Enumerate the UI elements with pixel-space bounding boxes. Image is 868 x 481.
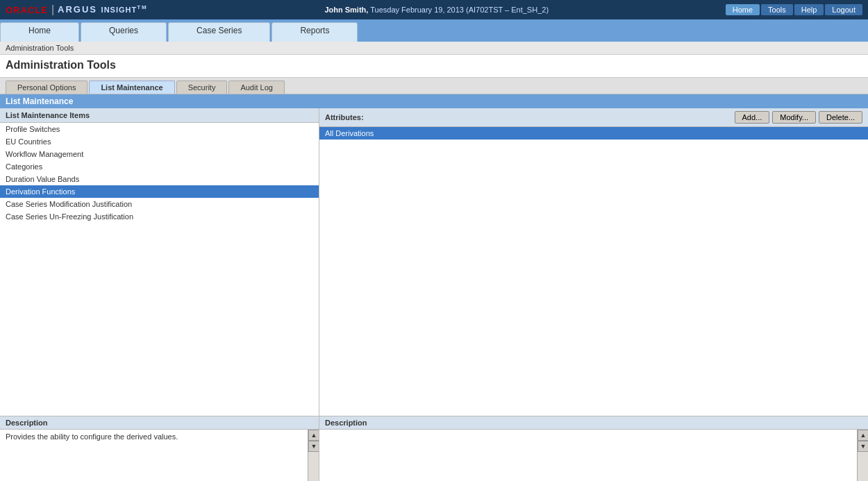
attributes-header: Attributes: Add... Modify... Delete... — [319, 108, 868, 127]
user-details: Tuesday February 19, 2013 (AI702TST – En… — [370, 6, 549, 14]
list-items-container[interactable]: Profile Switches EU Countries Workflow M… — [0, 123, 319, 416]
list-item-eu-countries[interactable]: EU Countries — [0, 135, 319, 148]
header-logout-button[interactable]: Logout — [825, 4, 862, 15]
description-area: Description Provides the ability to conf… — [0, 416, 868, 481]
left-description-content: Provides the ability to configure the de… — [0, 430, 319, 481]
nav-tab-reports[interactable]: Reports — [272, 22, 358, 42]
delete-button[interactable]: Delete... — [819, 111, 862, 124]
left-description-header: Description — [0, 416, 319, 430]
header-nav: Home Tools Help Logout — [726, 4, 862, 15]
right-scroll-down-arrow[interactable]: ▼ — [858, 441, 868, 452]
list-item-case-series-modification[interactable]: Case Series Modification Justification — [0, 198, 319, 210]
user-name: John Smith, — [324, 6, 368, 14]
argus-insight-logo: ARGUS INSIGHTTM — [58, 4, 148, 15]
header-home-button[interactable]: Home — [726, 4, 760, 15]
header-tools-button[interactable]: Tools — [761, 4, 793, 15]
left-panel: List Maintenance Items Profile Switches … — [0, 108, 319, 416]
header-help-button[interactable]: Help — [794, 4, 824, 15]
list-item-case-series-unfreezing[interactable]: Case Series Un-Freezing Justification — [0, 210, 319, 223]
right-desc-scrollbar[interactable]: ▲ ▼ — [857, 430, 868, 481]
attributes-container[interactable]: All Derivations — [319, 127, 868, 416]
list-item-duration-value-bands[interactable]: Duration Value Bands — [0, 173, 319, 185]
logo-separator: | — [51, 3, 54, 16]
main-nav: Home Queries Case Series Reports — [0, 19, 868, 42]
sub-tabs-bar: Personal Options List Maintenance Securi… — [0, 78, 868, 94]
breadcrumb: Administration Tools — [0, 42, 868, 55]
main-content: List Maintenance Items Profile Switches … — [0, 108, 868, 481]
left-desc-scrollbar[interactable]: ▲ ▼ — [308, 430, 319, 481]
right-panel: Attributes: Add... Modify... Delete... A… — [319, 108, 868, 416]
list-maintenance-items-header: List Maintenance Items — [0, 108, 319, 123]
app-header: ORACLE | ARGUS INSIGHTTM John Smith, Tue… — [0, 0, 868, 19]
page-title-bar: Administration Tools — [0, 55, 868, 78]
attr-buttons: Add... Modify... Delete... — [735, 111, 862, 124]
oracle-logo: ORACLE — [6, 5, 48, 15]
left-description: Description Provides the ability to conf… — [0, 416, 319, 481]
sub-tab-list-maintenance[interactable]: List Maintenance — [89, 81, 174, 94]
modify-button[interactable]: Modify... — [772, 111, 816, 124]
content-area: List Maintenance Items Profile Switches … — [0, 108, 868, 416]
page-title: Administration Tools — [6, 59, 116, 71]
list-item-workflow-management[interactable]: Workflow Management — [0, 148, 319, 160]
sub-tab-personal-options[interactable]: Personal Options — [6, 81, 87, 94]
list-item-categories[interactable]: Categories — [0, 160, 319, 173]
right-scroll-up-arrow[interactable]: ▲ — [858, 430, 868, 441]
list-item-profile-switches[interactable]: Profile Switches — [0, 123, 319, 135]
user-info: John Smith, Tuesday February 19, 2013 (A… — [148, 6, 726, 14]
list-item-derivation-functions[interactable]: Derivation Functions — [0, 185, 319, 198]
nav-tab-queries[interactable]: Queries — [81, 22, 167, 42]
logo-area: ORACLE | ARGUS INSIGHTTM — [6, 3, 148, 16]
scroll-down-arrow[interactable]: ▼ — [308, 441, 319, 452]
nav-tab-home[interactable]: Home — [0, 22, 79, 42]
right-description-content: ▲ ▼ — [319, 430, 868, 481]
attr-item-all-derivations[interactable]: All Derivations — [319, 127, 868, 140]
sub-tab-audit-log[interactable]: Audit Log — [228, 81, 284, 94]
right-description: Description ▲ ▼ — [319, 416, 868, 481]
section-header: List Maintenance — [0, 94, 868, 108]
right-description-header: Description — [319, 416, 868, 430]
add-button[interactable]: Add... — [735, 111, 770, 124]
scroll-up-arrow[interactable]: ▲ — [308, 430, 319, 441]
nav-tab-case-series[interactable]: Case Series — [168, 22, 270, 42]
sub-tab-security[interactable]: Security — [176, 81, 228, 94]
